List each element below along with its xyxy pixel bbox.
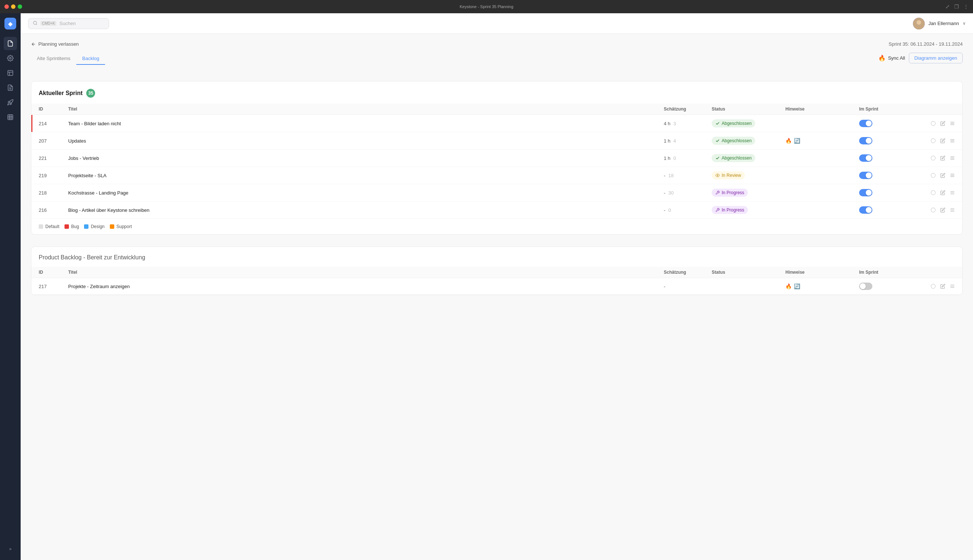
table-row: 207 Updates 1 h4 Abgeschlossen 🔥 🔄 <box>31 132 962 150</box>
tab-backlog[interactable]: Backlog <box>76 53 105 65</box>
cell-id: 207 <box>39 138 68 144</box>
cell-sprint[interactable] <box>859 172 918 179</box>
cell-sprint[interactable] <box>859 137 918 144</box>
cell-sprint[interactable] <box>859 206 918 214</box>
cell-actions <box>918 121 955 126</box>
backlog-table: ID Titel Schätzung Status Hinweise Im Sp… <box>31 267 962 295</box>
cell-sprint[interactable] <box>859 283 918 290</box>
sidebar-item-settings[interactable] <box>4 52 17 65</box>
cell-status: In Progress <box>712 188 785 197</box>
svg-point-24 <box>717 175 718 176</box>
toggle-knob <box>860 283 866 289</box>
edit-icon[interactable] <box>940 155 945 161</box>
close-button[interactable] <box>4 4 9 9</box>
svg-rect-1 <box>8 70 13 75</box>
sprint-toggle[interactable] <box>859 206 872 214</box>
menu-icon[interactable] <box>950 155 955 161</box>
menu-icon[interactable] <box>950 138 955 143</box>
sprint-table-header: ID Titel Schätzung Status Hinweise Im Sp… <box>31 103 962 115</box>
circle-icon[interactable] <box>931 173 936 178</box>
product-backlog-section: Product Backlog - Bereit zur Entwicklung… <box>31 247 963 295</box>
svg-point-9 <box>916 20 921 25</box>
menu-icon[interactable] <box>950 284 955 289</box>
edit-icon[interactable] <box>940 121 945 126</box>
sprint-toggle[interactable] <box>859 189 872 197</box>
svg-point-33 <box>931 208 935 212</box>
svg-point-16 <box>931 138 935 143</box>
menu-icon[interactable] <box>950 173 955 178</box>
sidebar-item-table[interactable] <box>4 110 17 124</box>
firebase-hint-icon: 🔥 <box>785 283 792 289</box>
back-link-label: Planning verlassen <box>38 41 79 47</box>
tab-alte-sprintitems[interactable]: Alte Sprintitems <box>31 53 76 65</box>
maximize-button[interactable] <box>18 4 22 9</box>
menu-icon[interactable] <box>950 190 955 195</box>
sidebar-item-document[interactable] <box>4 81 17 94</box>
svg-point-29 <box>931 190 935 195</box>
sidebar-logo[interactable]: ◆ <box>4 18 16 30</box>
cell-sprint[interactable] <box>859 189 918 197</box>
cell-estimate: -18 <box>664 173 712 178</box>
sprint-date: Sprint 35: 06.11.2024 - 19.11.2024 <box>889 41 963 47</box>
firebase-hint-icon: 🔥 <box>785 138 792 144</box>
legend-default: Default <box>39 224 59 229</box>
table-row: 221 Jobs - Vertrieb 1 h0 Abgeschlossen <box>31 150 962 167</box>
edit-icon[interactable] <box>940 207 945 213</box>
edit-icon[interactable] <box>940 138 945 143</box>
circle-icon[interactable] <box>931 121 936 126</box>
window-title: Keystone - Sprint 35 Planning <box>460 4 513 9</box>
cell-title: Updates <box>68 138 664 144</box>
sync-all-button[interactable]: 🔥 Sync All <box>878 55 905 62</box>
minimize-button[interactable] <box>11 4 15 9</box>
cell-sprint[interactable] <box>859 154 918 162</box>
cell-status: In Review <box>712 171 785 179</box>
window-restore-icon[interactable]: ❐ <box>954 4 959 10</box>
app-container: ◆ » CMD+K Suchen <box>0 13 973 560</box>
cell-id: 221 <box>39 155 68 161</box>
edit-icon[interactable] <box>940 284 945 289</box>
cell-title: Team - Bilder laden nicht <box>68 121 664 127</box>
col-id: ID <box>39 107 68 112</box>
cell-actions <box>918 190 955 195</box>
back-link[interactable]: Planning verlassen <box>31 41 79 47</box>
col-status: Status <box>712 107 785 112</box>
circle-icon[interactable] <box>931 207 936 213</box>
sidebar-item-files[interactable] <box>4 37 17 50</box>
edit-icon[interactable] <box>940 173 945 178</box>
menu-icon[interactable] <box>950 121 955 126</box>
diagram-button[interactable]: Diagramm anzeigen <box>909 53 963 63</box>
sprint-toggle[interactable] <box>859 154 872 162</box>
cell-sprint[interactable] <box>859 120 918 127</box>
col-hinweise: Hinweise <box>785 107 859 112</box>
top-bar-right: Jan Ellermann ∨ <box>913 18 966 30</box>
sidebar-expand-button[interactable]: » <box>4 542 17 556</box>
cell-status: Abgeschlossen <box>712 154 785 162</box>
circle-icon[interactable] <box>931 284 936 289</box>
window-action-icon[interactable]: ⤢ <box>945 4 950 10</box>
circle-icon[interactable] <box>931 155 936 161</box>
sidebar-item-rocket[interactable] <box>4 96 17 109</box>
circle-icon[interactable] <box>931 138 936 143</box>
row-accent <box>31 115 32 132</box>
current-sprint-header: Aktueller Sprint 35 <box>31 82 962 103</box>
cell-id: 217 <box>39 284 68 289</box>
sidebar-item-chart[interactable] <box>4 66 17 80</box>
col-imsprint: Im Sprint <box>859 270 918 275</box>
window-menu-icon[interactable]: ⋮ <box>963 4 969 10</box>
menu-icon[interactable] <box>950 207 955 213</box>
sprint-toggle[interactable] <box>859 172 872 179</box>
edit-icon[interactable] <box>940 190 945 195</box>
sprint-toggle[interactable] <box>859 283 872 290</box>
svg-point-37 <box>931 284 935 288</box>
sprint-toggle[interactable] <box>859 120 872 127</box>
sprint-toggle[interactable] <box>859 137 872 144</box>
col-actions <box>918 107 955 112</box>
cell-title: Blog - Artikel über Keystone schreiben <box>68 207 664 213</box>
circle-icon[interactable] <box>931 190 936 195</box>
sync-hint-icon: 🔄 <box>794 138 800 144</box>
user-dropdown-icon[interactable]: ∨ <box>963 21 966 26</box>
search-box[interactable]: CMD+K Suchen <box>28 18 109 29</box>
table-row: 218 Kochstrasse - Landing Page -30 In Pr… <box>31 184 962 202</box>
cell-estimate: -30 <box>664 190 712 196</box>
product-backlog-dash: - <box>83 254 87 260</box>
